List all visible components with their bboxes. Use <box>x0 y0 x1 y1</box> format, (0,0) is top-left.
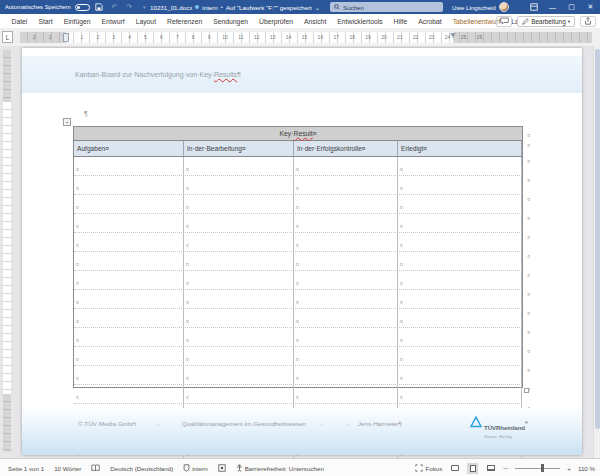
zoom-out-button[interactable]: — <box>503 465 508 471</box>
table-cell[interactable]: ¤ <box>398 271 522 289</box>
table-row[interactable]: ¤¤¤¤¤ <box>74 309 522 328</box>
tab-layout[interactable]: Layout <box>130 18 161 25</box>
table-cell[interactable]: ¤ <box>184 347 294 365</box>
undo-icon[interactable]: ↶ <box>109 2 120 13</box>
table-cell[interactable]: ¤ <box>74 252 184 270</box>
maximize-button[interactable]: ▢ <box>562 0 581 14</box>
view-web-layout-button[interactable] <box>485 463 496 474</box>
table-cell[interactable]: ¤ <box>74 195 184 213</box>
save-icon[interactable] <box>94 2 105 13</box>
table-cell[interactable]: ¤ <box>74 157 184 175</box>
tab-entwicklertools[interactable]: Entwicklertools <box>332 18 388 25</box>
table-row[interactable]: ¤¤¤¤¤ <box>74 385 522 404</box>
table-cell[interactable]: ¤ <box>184 271 294 289</box>
table-row[interactable]: ¤¤¤¤¤ <box>74 328 522 347</box>
search-box[interactable]: Suchen <box>330 2 443 12</box>
table-cell[interactable]: ¤ <box>184 233 294 251</box>
close-button[interactable]: ✕ <box>581 0 600 14</box>
document-page[interactable]: Kanban-Board·zur·Nachverfolgung·von·Key-… <box>22 48 582 455</box>
table-row[interactable]: ¤¤¤¤¤ <box>74 252 522 271</box>
tab-start[interactable]: Start <box>33 18 58 25</box>
table-cell[interactable]: ¤ <box>294 309 398 327</box>
table-row[interactable]: ¤¤¤¤¤ <box>74 176 522 195</box>
table-header-row[interactable]: Aufgaben¤ In·der·Bearbeitung¤ In·der·Erf… <box>74 141 522 157</box>
table-cell[interactable]: ¤ <box>184 309 294 327</box>
account-group[interactable]: Uwe Lingscheid <box>452 0 509 14</box>
view-print-layout-button[interactable] <box>467 463 478 474</box>
table-cell[interactable]: ¤ <box>294 385 398 403</box>
proofing-icon[interactable] <box>91 464 100 472</box>
table-cell[interactable]: ¤ <box>184 366 294 384</box>
table-cell[interactable]: ¤ <box>74 290 184 308</box>
left-indent-marker[interactable] <box>63 33 69 42</box>
zoom-slider-thumb[interactable] <box>541 464 544 472</box>
table-cell[interactable]: ¤ <box>184 214 294 232</box>
zoom-slider[interactable] <box>515 468 560 469</box>
accessibility-checker[interactable]: Barrierefreiheit: Untersuchen <box>236 464 324 472</box>
editing-mode-button[interactable]: Bearbeitung ▾ <box>517 16 575 27</box>
zoom-level[interactable]: 110 % <box>578 465 595 472</box>
zoom-in-button[interactable]: + <box>567 465 571 472</box>
vertical-scrollbar[interactable] <box>593 46 600 458</box>
page-count[interactable]: Seite 1 von 1 <box>8 465 44 472</box>
table-cell[interactable]: ¤ <box>294 195 398 213</box>
table-row[interactable]: ¤¤¤¤¤ <box>74 233 522 252</box>
table-cell[interactable]: ¤ <box>184 157 294 175</box>
table-cell[interactable]: ¤ <box>398 385 522 403</box>
tab-hilfe[interactable]: Hilfe <box>388 18 413 25</box>
table-cell[interactable]: ¤ <box>398 214 522 232</box>
horizontal-ruler[interactable]: 2112345678910111213141516171819202122232… <box>20 32 592 43</box>
table-cell[interactable]: ¤ <box>74 271 184 289</box>
column-header[interactable]: Erledigt¤ <box>398 141 522 156</box>
table-cell[interactable]: ¤ <box>74 309 184 327</box>
table-resize-handle[interactable] <box>524 388 529 393</box>
sensitivity-indicator[interactable]: intern <box>183 464 207 472</box>
table-cell[interactable]: ¤ <box>294 157 398 175</box>
comments-button[interactable] <box>496 16 512 27</box>
table-cell[interactable]: ¤ <box>184 290 294 308</box>
column-header[interactable]: In·der·Bearbeitung¤ <box>184 141 294 156</box>
table-row[interactable]: ¤¤¤¤¤ <box>74 290 522 309</box>
table-cell[interactable]: ¤ <box>184 385 294 403</box>
table-move-handle[interactable]: + <box>63 118 71 126</box>
table-cell[interactable]: ¤ <box>398 347 522 365</box>
table-cell[interactable]: ¤ <box>74 214 184 232</box>
table-cell[interactable]: ¤ <box>398 233 522 251</box>
table-row[interactable]: ¤¤¤¤¤ <box>74 214 522 233</box>
table-cell[interactable]: ¤ <box>398 195 522 213</box>
document-title-group[interactable]: 10231_01.docx intern • Auf "Laufwerk "F:… <box>150 0 320 14</box>
table-cell[interactable]: ¤ <box>74 233 184 251</box>
tab-stop-selector[interactable]: L <box>2 31 13 43</box>
column-header[interactable]: Aufgaben¤ <box>74 141 184 156</box>
redo-icon[interactable]: ↷ <box>124 2 135 13</box>
scrollbar-thumb[interactable] <box>595 49 600 429</box>
table-cell[interactable]: ¤ <box>398 176 522 194</box>
table-cell[interactable]: ¤ <box>294 347 398 365</box>
column-header[interactable]: In·der·Erfolgskontrolle¤ <box>294 141 398 156</box>
tab-ansicht[interactable]: Ansicht <box>298 18 331 25</box>
minimize-button[interactable]: — <box>543 0 562 14</box>
table-cell[interactable]: ¤ <box>294 176 398 194</box>
table-cell[interactable]: ¤ <box>294 233 398 251</box>
table-cell[interactable]: ¤ <box>398 157 522 175</box>
vertical-ruler[interactable] <box>3 50 11 452</box>
tab-acrobat[interactable]: Acrobat <box>413 18 447 25</box>
tab-überprüfen[interactable]: Überprüfen <box>253 18 298 25</box>
table-cell[interactable]: ¤ <box>398 328 522 346</box>
ribbon-display-options-icon[interactable] <box>524 0 543 14</box>
right-indent-marker[interactable] <box>450 33 456 38</box>
language-indicator[interactable]: Deutsch (Deutschland) <box>110 465 173 472</box>
tab-sendungen[interactable]: Sendungen <box>208 18 254 25</box>
table-cell[interactable]: ¤ <box>294 252 398 270</box>
table-cell[interactable]: ¤ <box>294 271 398 289</box>
tab-datei[interactable]: Datei <box>6 18 33 25</box>
table-row[interactable]: ¤¤¤¤¤ <box>74 271 522 290</box>
tab-entwurf[interactable]: Entwurf <box>96 18 130 25</box>
word-count[interactable]: 10 Wörter <box>54 465 81 472</box>
table-cell[interactable]: ¤ <box>294 328 398 346</box>
table-cell[interactable]: ¤ <box>398 366 522 384</box>
table-cell[interactable]: ¤ <box>294 290 398 308</box>
kanban-table[interactable]: Key·Result¤ ¤ Aufgaben¤ In·der·Bearbeitu… <box>73 126 523 388</box>
table-cell[interactable]: ¤ <box>398 252 522 270</box>
autosave-toggle[interactable] <box>75 4 90 11</box>
